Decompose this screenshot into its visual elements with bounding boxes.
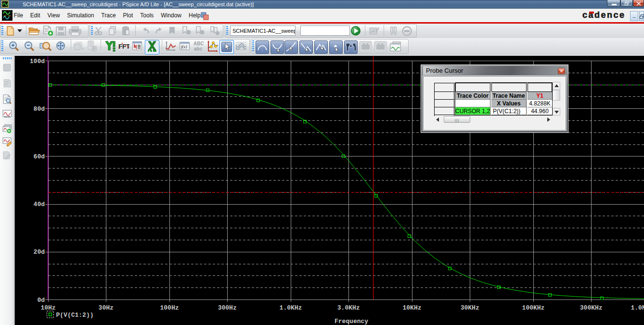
svg-text:300KHz: 300KHz: [580, 304, 603, 312]
svg-text:100Hz: 100Hz: [160, 304, 179, 312]
svg-text:10Hz: 10Hz: [40, 304, 55, 312]
svg-text:10KHz: 10KHz: [402, 304, 421, 312]
svg-text:0d: 0d: [37, 297, 45, 304]
svg-text:1.0KHz: 1.0KHz: [280, 304, 302, 312]
svg-text:30KHz: 30KHz: [461, 304, 479, 312]
svg-text:80d: 80d: [34, 105, 45, 113]
svg-text:30Hz: 30Hz: [99, 304, 114, 312]
svg-text:60d: 60d: [34, 153, 45, 160]
svg-text:300Hz: 300Hz: [218, 304, 237, 312]
svg-text:Frequency: Frequency: [335, 318, 368, 325]
svg-text:20d: 20d: [34, 248, 45, 256]
svg-text:3.0KHz: 3.0KHz: [337, 304, 360, 312]
svg-text:100KHz: 100KHz: [522, 304, 545, 312]
svg-text:40d: 40d: [34, 201, 45, 208]
svg-text:FFT: FFT: [118, 43, 129, 50]
svg-text:abc: abc: [194, 46, 203, 52]
svg-text:100d: 100d: [30, 58, 45, 65]
svg-text:1.0MHz: 1.0MHz: [631, 304, 644, 312]
svg-text:ABC: ABC: [193, 41, 204, 46]
svg-text:P(V(C1:2)): P(V(C1:2)): [56, 312, 94, 319]
svg-text:f(x): f(x): [181, 44, 187, 49]
